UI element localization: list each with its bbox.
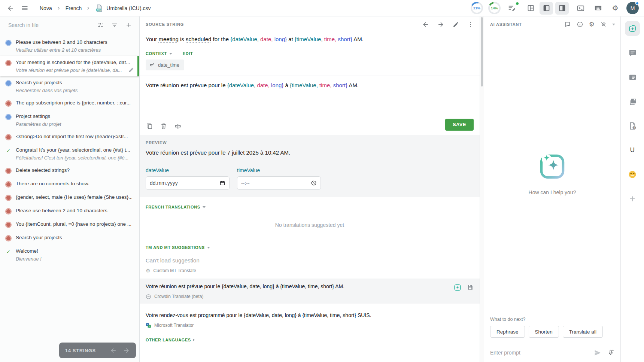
layout-right-panel-button[interactable] [555, 2, 569, 15]
time-input[interactable]: --:-- [237, 176, 321, 190]
string-source-text: Congrats! It's your {year, selectordinal… [16, 147, 132, 153]
keyboard-shortcuts-button[interactable] [592, 2, 604, 14]
string-texts: <strong>Do not import the first row (hea… [16, 134, 132, 139]
approved-progress-ring[interactable]: 14% [488, 2, 501, 14]
shorten-button[interactable]: Shorten [529, 326, 559, 338]
tm-mt-section-header: TM AND MT SUGGESTIONS [140, 243, 480, 250]
scrollbar-thumb[interactable] [481, 17, 483, 86]
strings-count-badge: 14 STRINGS [59, 343, 136, 358]
prev-page-arrow-icon[interactable] [110, 347, 117, 354]
editor-header: SOURCE STRING [140, 16, 480, 32]
sidebar-string-item[interactable]: Project settings Paramètres du projet [0, 110, 139, 130]
translate-all-button[interactable]: Translate all [563, 326, 603, 338]
console-button[interactable] [575, 2, 587, 14]
sidebar-string-item[interactable]: Search your projects [0, 231, 139, 245]
avatar-initial: M [631, 5, 635, 11]
translated-progress-ring[interactable]: 21% [471, 2, 483, 14]
add-string-button[interactable] [124, 20, 134, 30]
ai-assistant-tab[interactable] [625, 21, 640, 36]
gear-icon[interactable]: ⚙ [589, 21, 595, 28]
date-input[interactable]: dd.mm.yyyy [146, 176, 230, 190]
translation-input-text[interactable]: Votre réunion est prévue pour le {dateVa… [140, 76, 480, 95]
string-key-chip[interactable]: date_time [146, 60, 184, 70]
string-status-icon [5, 60, 12, 66]
context-toggle[interactable]: CONTEXT [146, 51, 167, 56]
info-icon[interactable] [577, 21, 583, 28]
ai-refine-icon[interactable] [453, 283, 462, 292]
select-text-icon[interactable] [174, 122, 182, 130]
sidebar-string-item[interactable]: You {itemCount, plural, =0 {have no proj… [0, 218, 139, 231]
sidebar-string-item[interactable]: <strong>Do not import the first row (hea… [0, 130, 139, 144]
translation-block[interactable]: Votre réunion est prévue pour le {dateVa… [140, 76, 480, 135]
emoji-feedback-tab[interactable] [625, 167, 640, 182]
next-string-arrow-icon[interactable] [437, 21, 444, 28]
glossary-tab[interactable] [625, 94, 640, 109]
copy-source-icon[interactable] [146, 122, 153, 130]
sidebar-string-item[interactable]: The app subscriprion price is {price, nu… [0, 97, 139, 110]
comments-tab[interactable] [625, 45, 640, 60]
settings-button[interactable]: ⚙ [609, 2, 621, 14]
tm-mt-toggle[interactable]: TM AND MT SUGGESTIONS [146, 245, 205, 250]
chevron-down-icon[interactable] [612, 24, 615, 25]
unpin-icon[interactable] [600, 21, 607, 28]
sidebar-string-item[interactable]: Delete selected strings? [0, 164, 139, 177]
sidebar-string-item[interactable]: There are no comments to show. [0, 177, 139, 191]
smiley-emoji-icon [628, 170, 637, 179]
back-button[interactable] [4, 2, 16, 14]
tm-suggestion-row[interactable]: Votre rendez-vous est programmé pour le … [140, 307, 480, 332]
string-source-text: Your meeting is scheduled for the {dateV… [16, 60, 132, 65]
clear-translation-trash-icon[interactable] [160, 122, 167, 130]
french-translations-toggle[interactable]: FRENCH TRANSLATIONS [146, 205, 200, 209]
proofread-mode-button[interactable] [506, 2, 518, 14]
edit-pencil-icon[interactable] [128, 67, 134, 73]
tm-suggestion-row[interactable]: Votre réunion est prévue pour le {dateVa… [140, 279, 480, 304]
layout-left-panel-icon [543, 4, 550, 12]
sidebar-string-item[interactable]: Please use between 2 and 10 characters V… [0, 36, 139, 56]
other-languages-toggle[interactable]: OTHER LANGUAGES [146, 338, 191, 342]
preview-fields: dateValue dd.mm.yyyy timeValue --:-- [146, 167, 474, 190]
suggestion-text[interactable]: Votre rendez-vous est programmé pour le … [146, 312, 438, 318]
layout-left-panel-button[interactable] [540, 2, 553, 15]
sidebar-string-item[interactable]: Search your projects Rechercher dans vos… [0, 76, 139, 97]
sidebar-string-item[interactable]: Please use between 2 and 10 characters [0, 204, 139, 218]
suggestion-actions [453, 283, 474, 292]
filter-strings-button[interactable] [109, 20, 120, 30]
voice-input-mic-icon[interactable] [607, 349, 614, 356]
ai-prompt-input[interactable] [490, 350, 589, 356]
suggestion-text[interactable]: Votre réunion est prévue pour le {dateVa… [146, 283, 438, 289]
more-options-icon[interactable] [467, 21, 474, 28]
edit-source-pencil-icon[interactable] [453, 21, 459, 28]
breadcrumb-file[interactable]: CSV Umbrella (ICU).csv [95, 4, 151, 12]
chevron-down-icon [203, 206, 206, 208]
sidebar-string-item[interactable]: {gender, select, male {He uses} female {… [0, 191, 139, 204]
previous-string-arrow-icon[interactable] [422, 21, 429, 28]
date-field-group: dateValue dd.mm.yyyy [146, 167, 230, 190]
string-texts: Please use between 2 and 10 characters V… [16, 39, 132, 53]
add-app-tab[interactable] [625, 191, 640, 206]
breadcrumb-project[interactable]: Nova [40, 5, 52, 11]
send-prompt-icon[interactable] [594, 349, 602, 357]
uservoice-tab[interactable]: U [625, 143, 640, 158]
sidebar-string-item[interactable]: ✓ Welcome! Bienvenue ! [0, 245, 139, 265]
save-button[interactable]: SAVE [445, 119, 474, 131]
calendar-icon[interactable] [219, 180, 225, 186]
document-info-icon: i [628, 122, 637, 130]
rephrase-button[interactable]: Rephrase [490, 326, 525, 338]
search-input[interactable] [8, 22, 95, 28]
string-info-tab[interactable] [625, 70, 640, 85]
main-menu-button[interactable] [19, 2, 31, 14]
editor-scrollbar[interactable] [480, 16, 484, 362]
context-edit-button[interactable]: EDIT [183, 51, 193, 56]
next-page-arrow-icon[interactable] [123, 347, 130, 354]
layout-split-view-button[interactable] [524, 2, 537, 15]
advanced-filter-button[interactable] [95, 20, 106, 30]
user-avatar[interactable]: M [626, 2, 639, 14]
breadcrumb-language[interactable]: French [66, 5, 82, 11]
sidebar-string-item[interactable]: Your meeting is scheduled for the {dateV… [0, 56, 139, 76]
tm-error-block: Can't load suggestion ⚙ Custom MT Transl… [140, 250, 480, 275]
sidebar-string-item[interactable]: ✓ Congrats! It's your {year, selectordin… [0, 144, 139, 164]
new-chat-icon[interactable] [564, 21, 571, 28]
save-suggestion-floppy-icon[interactable] [467, 284, 474, 291]
clock-icon[interactable] [311, 180, 317, 186]
file-info-tab[interactable]: i [625, 118, 640, 133]
